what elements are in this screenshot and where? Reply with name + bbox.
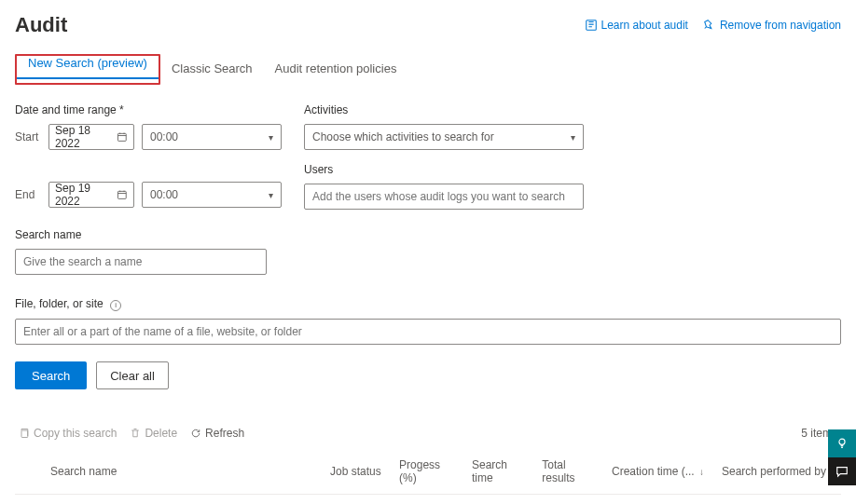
learn-about-audit-link[interactable]: Learn about audit bbox=[585, 19, 688, 32]
book-icon bbox=[585, 19, 598, 32]
chevron-down-icon bbox=[269, 130, 273, 143]
trash-icon bbox=[130, 428, 141, 439]
svg-rect-1 bbox=[118, 133, 127, 141]
end-date-value: Sep 19 2022 bbox=[55, 182, 117, 208]
activities-label: Activities bbox=[304, 103, 584, 116]
row-creation: Aug 25, 2022 12:23... bbox=[604, 495, 714, 505]
tab-bar: New Search (preview) Classic Search Audi… bbox=[15, 54, 841, 85]
end-time-select[interactable]: 00:00 bbox=[142, 182, 282, 208]
start-time-select[interactable]: 00:00 bbox=[142, 124, 282, 150]
sort-asc-icon: ↓ bbox=[699, 467, 704, 477]
users-label: Users bbox=[304, 163, 584, 176]
activities-placeholder: Choose which activities to search for bbox=[312, 130, 494, 143]
page-title: Audit bbox=[15, 13, 67, 37]
action-buttons: Search Clear all bbox=[15, 361, 841, 389]
svg-rect-3 bbox=[21, 430, 28, 438]
file-input[interactable] bbox=[15, 319, 841, 345]
end-time-value: 00:00 bbox=[150, 188, 178, 201]
file-label: File, folder, or site i bbox=[15, 297, 841, 311]
end-date-input[interactable]: Sep 19 2022 bbox=[48, 182, 134, 208]
chevron-down-icon bbox=[571, 130, 575, 143]
copy-label: Copy this search bbox=[34, 427, 117, 440]
calendar-icon bbox=[117, 189, 128, 200]
search-name-label: Search name bbox=[15, 228, 282, 241]
users-input[interactable] bbox=[304, 184, 584, 210]
search-name-input[interactable] bbox=[15, 249, 267, 275]
delete-label: Delete bbox=[145, 427, 177, 440]
copy-icon bbox=[19, 428, 30, 439]
table-row[interactable]: Aug 25 - Aug 25 postapi.patchapi.deletea… bbox=[15, 495, 841, 505]
file-section: File, folder, or site i bbox=[15, 297, 841, 345]
delete-button[interactable]: Delete bbox=[130, 427, 177, 440]
unpin-icon bbox=[703, 19, 716, 32]
svg-rect-2 bbox=[118, 191, 127, 198]
col-performed-by[interactable]: Search performed by bbox=[714, 449, 841, 495]
row-time: 4m, 51s bbox=[464, 495, 534, 505]
col-creation-label: Creation time (... bbox=[612, 465, 695, 478]
start-date-value: Sep 18 2022 bbox=[55, 124, 117, 150]
end-label: End bbox=[15, 188, 41, 201]
search-form: Date and time range * Start Sep 18 2022 … bbox=[15, 103, 841, 345]
refresh-button[interactable]: Refresh bbox=[190, 427, 244, 440]
refresh-icon bbox=[190, 428, 201, 439]
header-links: Learn about audit Remove from navigation bbox=[585, 19, 841, 32]
row-progress: 100% bbox=[392, 495, 464, 505]
clear-all-button[interactable]: Clear all bbox=[96, 361, 169, 389]
tab-retention-policies[interactable]: Audit retention policies bbox=[264, 54, 408, 85]
copy-search-button[interactable]: Copy this search bbox=[19, 427, 117, 440]
remove-label: Remove from navigation bbox=[720, 19, 841, 32]
activities-users-section: Activities Choose which activities to se… bbox=[304, 103, 584, 275]
search-button[interactable]: Search bbox=[15, 361, 87, 389]
svg-point-4 bbox=[839, 439, 845, 444]
activities-select[interactable]: Choose which activities to search for bbox=[304, 124, 584, 150]
date-range-label: Date and time range * bbox=[15, 103, 282, 116]
lightbulb-icon bbox=[835, 437, 849, 450]
learn-label: Learn about audit bbox=[601, 19, 688, 32]
tab-classic-search[interactable]: Classic Search bbox=[160, 54, 264, 85]
refresh-label: Refresh bbox=[205, 427, 244, 440]
col-creation-time[interactable]: Creation time (... ↓ bbox=[604, 449, 714, 495]
col-job-status[interactable]: Job status bbox=[323, 449, 392, 495]
highlight-annotation: New Search (preview) bbox=[15, 54, 160, 85]
start-time-value: 00:00 bbox=[150, 130, 178, 143]
row-name: Aug 25 - Aug 25 postapi.patchapi.deletea… bbox=[43, 495, 323, 505]
start-label: Start bbox=[15, 130, 41, 143]
chevron-down-icon bbox=[269, 188, 273, 201]
side-helper-buttons bbox=[828, 429, 856, 485]
tab-new-search[interactable]: New Search (preview) bbox=[17, 48, 159, 79]
table-toolbar: Copy this search Delete Refresh 5 items bbox=[15, 427, 841, 440]
row-status[interactable]: Completed bbox=[323, 495, 392, 505]
search-results-table: Search name Job status Progess (%) Searc… bbox=[15, 449, 841, 504]
header-checkbox bbox=[15, 449, 43, 495]
date-time-section: Date and time range * Start Sep 18 2022 … bbox=[15, 103, 282, 275]
remove-from-nav-link[interactable]: Remove from navigation bbox=[703, 19, 841, 32]
col-search-time[interactable]: Search time bbox=[464, 449, 534, 495]
row-performed-by bbox=[714, 495, 841, 505]
file-label-text: File, folder, or site bbox=[15, 297, 104, 310]
chat-icon bbox=[835, 465, 849, 478]
col-progress[interactable]: Progess (%) bbox=[392, 449, 464, 495]
help-bubble-button[interactable] bbox=[828, 429, 856, 457]
feedback-button[interactable] bbox=[828, 457, 856, 485]
info-icon[interactable]: i bbox=[110, 300, 121, 311]
col-search-name[interactable]: Search name bbox=[43, 449, 323, 495]
row-results: 7 bbox=[534, 495, 604, 505]
calendar-icon bbox=[117, 131, 128, 143]
col-total-results[interactable]: Total results bbox=[534, 449, 604, 495]
start-date-input[interactable]: Sep 18 2022 bbox=[48, 124, 134, 150]
